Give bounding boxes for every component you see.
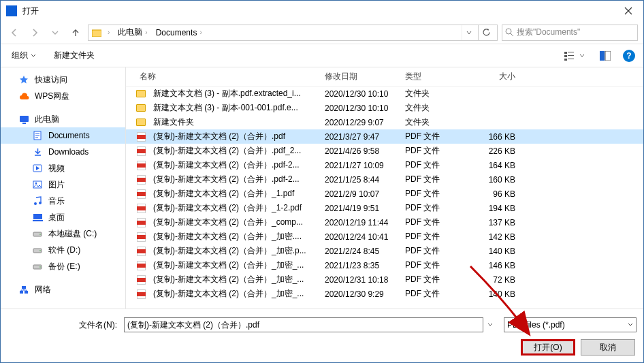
file-name: (复制)-新建文本文档 (2)（合并）_加密.... (148, 231, 319, 242)
sidebar-item[interactable]: 音乐 (1, 193, 125, 209)
pdf-icon (137, 161, 146, 170)
svg-rect-11 (22, 123, 26, 124)
app-icon (6, 5, 17, 16)
header-type[interactable]: 类型 (400, 71, 468, 82)
back-button[interactable] (6, 25, 22, 41)
sidebar-item[interactable]: 网络 (1, 281, 125, 298)
file-size: 140 KB (468, 289, 521, 299)
sidebar-item[interactable]: 本地磁盘 (C:) (1, 225, 125, 242)
file-row[interactable]: (复制)-新建文本文档 (2)（合并）_加密_...2020/12/31 10:… (126, 272, 643, 287)
file-size: 226 KB (468, 146, 521, 156)
refresh-icon (482, 28, 491, 37)
sidebar-item-label: 音乐 (48, 195, 65, 207)
filename-dropdown[interactable] (487, 322, 500, 328)
file-size: 166 KB (468, 132, 521, 142)
file-name: (复制)-新建文本文档 (2)（合并）.pdf_2... (148, 145, 319, 157)
sidebar-item[interactable]: 图片 (1, 176, 125, 193)
sidebar-item[interactable]: 软件 (D:) (1, 242, 125, 258)
file-type: PDF 文件 (400, 202, 468, 214)
main-content: 快速访问WPS网盘此电脑DocumentsDownloads视频图片音乐桌面本地… (1, 67, 643, 309)
file-row[interactable]: 新建文本文档 (3) - 副本.pdf.extracted_i...2020/1… (126, 86, 643, 101)
file-row[interactable]: (复制)-新建文本文档 (2)（合并）.pdf-2...2021/1/25 8:… (126, 172, 643, 187)
breadcrumb-root[interactable]: › (105, 29, 112, 36)
file-row[interactable]: (复制)-新建文本文档 (2)（合并）_1-2.pdf2021/4/19 9:5… (126, 201, 643, 215)
disk-icon (32, 261, 43, 272)
sidebar-item[interactable]: WPS网盘 (1, 88, 125, 104)
file-date: 2020/12/30 10:10 (319, 89, 400, 99)
address-dropdown[interactable] (462, 25, 475, 40)
sidebar-item[interactable]: 备份 (E:) (1, 258, 125, 274)
header-name[interactable]: 名称 (134, 71, 319, 82)
filetype-select[interactable]: PDF files (*.pdf) (504, 317, 637, 332)
address-bar[interactable]: › 此电脑› Documents› (88, 25, 498, 41)
svg-rect-26 (22, 286, 26, 289)
file-row[interactable]: (复制)-新建文本文档 (2)（合并）.pdf-2...2021/1/27 10… (126, 158, 643, 172)
recent-button[interactable] (47, 25, 63, 41)
chevron-down-icon (52, 29, 59, 36)
help-button[interactable]: ? (623, 50, 635, 62)
file-name: (复制)-新建文本文档 (2)（合并）_1-2.pdf (148, 202, 319, 214)
view-button[interactable] (562, 50, 587, 62)
file-name: 新建文本文档 (3) - 副本.pdf.extracted_i... (148, 88, 319, 99)
pdf-icon (137, 232, 146, 242)
svg-rect-7 (568, 59, 574, 59)
file-size: 137 KB (468, 218, 521, 227)
file-type: 文件夹 (400, 88, 468, 99)
preview-button[interactable] (597, 50, 613, 62)
file-row[interactable]: (复制)-新建文本文档 (2)（合并）_加密_...2021/1/23 8:35… (126, 258, 643, 272)
breadcrumb-documents[interactable]: Documents› (153, 28, 205, 37)
disk-icon (32, 228, 43, 239)
file-row[interactable]: (复制)-新建文本文档 (2)（合并）.pdf_2...2021/4/26 9:… (126, 144, 643, 158)
new-folder-button[interactable]: 新建文件夹 (51, 48, 97, 63)
up-button[interactable] (67, 25, 84, 41)
breadcrumb-pc[interactable]: 此电脑› (115, 27, 150, 38)
file-row[interactable]: 新建文件夹2020/12/29 9:07文件夹 (126, 115, 643, 129)
file-name: (复制)-新建文本文档 (2)（合并）_加密.p... (148, 245, 319, 257)
file-date: 2020/12/19 11:44 (319, 218, 400, 227)
file-row[interactable]: (复制)-新建文本文档 (2)（合并）_加密.p...2021/2/24 8:4… (126, 244, 643, 258)
filename-input[interactable] (124, 317, 483, 332)
open-button[interactable]: 打开(O) (521, 339, 575, 356)
doc-icon (32, 130, 43, 141)
sidebar: 快速访问WPS网盘此电脑DocumentsDownloads视频图片音乐桌面本地… (1, 67, 126, 309)
search-input[interactable]: 搜索"Documents" (502, 25, 638, 41)
file-name: (复制)-新建文本文档 (2)（合并）_comp... (148, 217, 319, 228)
sidebar-item[interactable]: 桌面 (1, 209, 125, 225)
cancel-button[interactable]: 取消 (581, 339, 635, 356)
organize-button[interactable]: 组织 (9, 48, 39, 63)
file-size: 146 KB (468, 261, 521, 270)
file-row[interactable]: (复制)-新建文本文档 (2)（合并）_1.pdf2021/2/9 10:07P… (126, 187, 643, 201)
preview-icon (600, 51, 611, 61)
file-type: PDF 文件 (400, 159, 468, 171)
header-size[interactable]: 大小 (468, 71, 521, 82)
file-row[interactable]: (复制)-新建文本文档 (2)（合并）_加密....2020/12/24 10:… (126, 230, 643, 244)
refresh-button[interactable] (478, 25, 494, 40)
titlebar: 打开 (1, 1, 643, 21)
file-type: PDF 文件 (400, 217, 468, 228)
header-date[interactable]: 修改日期 (319, 71, 400, 82)
file-size: 140 KB (468, 247, 521, 256)
forward-button[interactable] (27, 25, 43, 41)
bottom-panel: 文件名(N): PDF files (*.pdf) 打开(O) 取消 (1, 309, 643, 362)
star-icon (18, 74, 29, 85)
file-date: 2021/2/24 8:45 (319, 247, 400, 256)
file-size: 72 KB (468, 275, 521, 285)
sidebar-item[interactable]: Documents (1, 127, 125, 144)
sidebar-item[interactable]: 视频 (1, 160, 125, 176)
file-row[interactable]: (复制)-新建文本文档 (2)（合并）_加密_...2020/12/30 9:2… (126, 287, 643, 301)
sidebar-item[interactable]: 此电脑 (1, 111, 125, 127)
file-date: 2021/4/26 9:58 (319, 146, 400, 156)
folder-icon (91, 27, 102, 38)
sidebar-item[interactable]: 快速访问 (1, 72, 125, 88)
svg-rect-6 (564, 59, 567, 61)
sidebar-item-label: 快速访问 (35, 74, 67, 86)
file-row[interactable]: (复制)-新建文本文档 (2)（合并）_comp...2020/12/19 11… (126, 215, 643, 230)
svg-rect-27 (20, 291, 23, 294)
sidebar-item[interactable]: Downloads (1, 144, 125, 160)
nav-bar: › 此电脑› Documents› 搜索"Documents" (1, 21, 643, 44)
file-type: PDF 文件 (400, 145, 468, 157)
sidebar-item-label: 本地磁盘 (C:) (48, 228, 97, 240)
file-row[interactable]: 新建文本文档 (3) - 副本-001-001.pdf.e...2020/12/… (126, 101, 643, 115)
file-row[interactable]: (复制)-新建文本文档 (2)（合并）.pdf2021/3/27 9:47PDF… (126, 129, 643, 144)
close-button[interactable] (613, 1, 643, 21)
